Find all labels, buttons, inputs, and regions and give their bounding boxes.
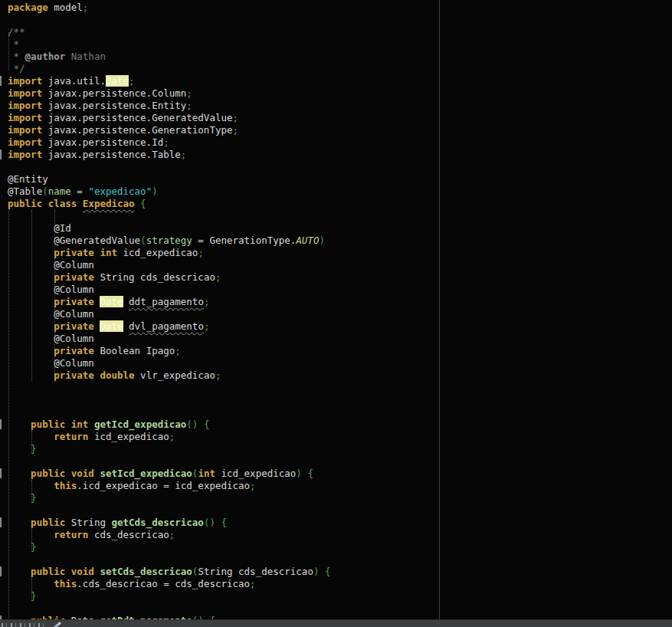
code-token: = (71, 185, 89, 197)
code-line[interactable]: return cds_descricao; (8, 529, 331, 541)
code-token: ; (198, 247, 204, 258)
code-line[interactable]: @Entity (8, 173, 331, 185)
code-token: @Entity (8, 173, 48, 185)
code-line[interactable]: } (8, 492, 331, 504)
code-token: } (31, 443, 37, 455)
code-token: ; (250, 480, 256, 491)
code-line[interactable]: package model; (8, 2, 331, 14)
code-token: AUTO (296, 235, 319, 246)
code-line[interactable]: @Column (8, 308, 331, 320)
code-token (8, 578, 54, 589)
code-token: import (8, 136, 42, 148)
code-line[interactable]: import java.util.Date; (8, 75, 331, 87)
code-line[interactable]: @Column (8, 357, 331, 369)
code-line[interactable]: public int getIcd_expedicao() { (8, 419, 331, 431)
code-token: { (140, 198, 146, 209)
code-line[interactable]: } (8, 590, 331, 602)
code-token: ; (129, 75, 135, 87)
code-token: @Column (8, 308, 94, 320)
code-line[interactable]: * (8, 38, 331, 51)
code-line[interactable]: } (8, 443, 331, 455)
code-token: @Id (8, 222, 71, 234)
code-token (123, 296, 129, 307)
fold-mark[interactable] (0, 468, 2, 478)
code-line[interactable]: public class Expedicao { (8, 198, 331, 210)
code-token: strategy (146, 235, 192, 246)
code-line[interactable]: private String cds_descricao; (8, 271, 331, 284)
code-line[interactable]: @Column (8, 259, 331, 271)
fold-mark[interactable] (0, 419, 2, 429)
code-line[interactable]: @GeneratedValue(strategy = GenerationTyp… (8, 235, 331, 247)
code-line[interactable] (8, 455, 331, 468)
code-token: this (54, 578, 77, 589)
code-line[interactable]: return icd_expedicao; (8, 431, 331, 443)
code-line[interactable]: this.cds_descricao = cds_descricao; (8, 578, 331, 590)
code-token (8, 419, 31, 430)
code-token: ( (140, 235, 146, 246)
code-line[interactable] (8, 382, 331, 394)
fold-mark[interactable] (0, 566, 2, 576)
code-line[interactable]: /** (8, 26, 331, 38)
code-token: javax.persistence.Entity (42, 100, 186, 111)
code-token: Date (100, 296, 123, 307)
code-token (215, 517, 221, 528)
code-line[interactable] (8, 394, 331, 406)
code-line[interactable]: import javax.persistence.Table; (8, 149, 331, 161)
code-token: return (54, 529, 88, 540)
code-line[interactable] (8, 602, 331, 615)
code-line[interactable] (8, 406, 331, 419)
code-token: @author (25, 51, 66, 62)
code-token: import (8, 124, 42, 136)
code-area[interactable]: package model; /** * * @author Nathan */… (8, 2, 331, 627)
code-line[interactable]: public void setIcd_expedicao(int icd_exp… (8, 468, 331, 480)
code-line[interactable]: import javax.persistence.Column; (8, 87, 331, 100)
code-token: package (8, 2, 48, 13)
code-line[interactable]: public String getCds_descricao() { (8, 517, 331, 529)
code-line[interactable]: @Id (8, 222, 331, 235)
statusbar-clipped-text (2, 623, 46, 627)
code-line[interactable]: @Column (8, 333, 331, 345)
code-line[interactable] (8, 553, 331, 566)
code-token (135, 198, 141, 209)
code-token: /** (8, 26, 25, 38)
code-line[interactable] (8, 504, 331, 517)
fold-mark[interactable] (0, 149, 2, 159)
code-token: import (8, 112, 42, 123)
code-line[interactable]: import javax.persistence.Id; (8, 136, 331, 149)
code-token (8, 590, 31, 602)
code-token: private (54, 320, 94, 332)
code-line[interactable]: @Table(name = "expedicao") (8, 185, 331, 198)
code-token: * (8, 38, 19, 50)
code-token: { (325, 566, 331, 577)
code-line[interactable]: this.icd_expedicao = icd_expedicao; (8, 480, 331, 492)
code-line[interactable]: } (8, 541, 331, 553)
code-token: ) (296, 468, 302, 479)
code-line[interactable]: */ (8, 63, 331, 75)
code-token: ( (42, 185, 48, 197)
pencil-icon (54, 622, 61, 627)
code-line[interactable]: import javax.persistence.GenerationType; (8, 124, 331, 136)
code-line[interactable]: private Date ddt_pagamento; (8, 296, 331, 308)
code-token (8, 529, 54, 540)
code-line[interactable] (8, 161, 331, 173)
code-line[interactable]: import javax.persistence.GeneratedValue; (8, 112, 331, 124)
code-token: { (221, 517, 228, 528)
code-line[interactable]: import javax.persistence.Entity; (8, 100, 331, 112)
code-line[interactable]: private double vlr_expedicao; (8, 369, 331, 382)
code-line[interactable]: public void setCds_descricao(String cds_… (8, 566, 331, 578)
code-line[interactable] (8, 210, 331, 222)
code-token: getCds_descricao (111, 517, 203, 528)
code-token: { (307, 468, 313, 479)
code-token: "expedicao" (88, 185, 152, 197)
code-line[interactable]: private Date dvl_pagamento; (8, 320, 331, 333)
code-line[interactable]: * @author Nathan (8, 51, 331, 63)
code-line[interactable]: private int icd_expedicao; (8, 247, 331, 259)
fold-mark[interactable] (0, 76, 2, 86)
code-token: public int (31, 419, 88, 430)
code-line[interactable]: private Boolean Ipago; (8, 345, 331, 357)
code-line[interactable] (8, 14, 331, 26)
code-line[interactable]: @Column (8, 284, 331, 296)
code-token: ddt_pagamento (129, 296, 204, 307)
code-token: setCds_descricao (100, 566, 192, 577)
fold-mark[interactable] (0, 517, 2, 527)
